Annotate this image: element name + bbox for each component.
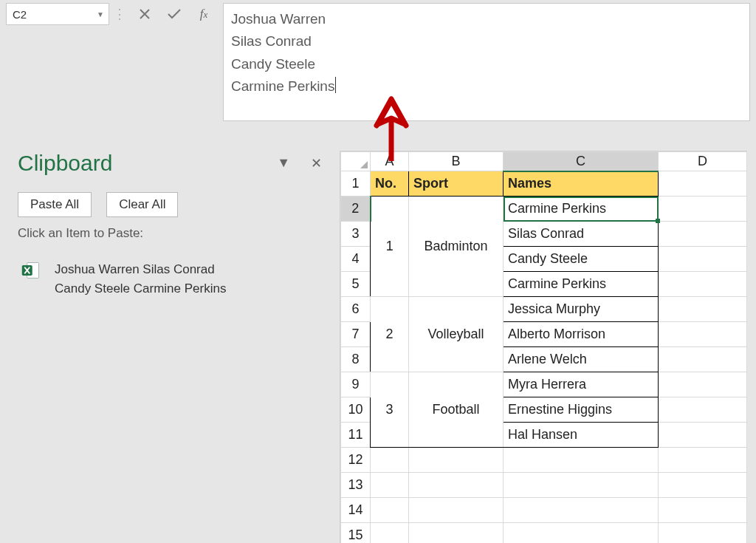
cell[interactable] [659, 523, 747, 544]
row-header[interactable]: 13 [341, 473, 371, 498]
row-header[interactable]: 9 [341, 372, 371, 397]
formula-bar-input[interactable]: Joshua Warren Silas Conrad Candy Steele … [223, 3, 750, 121]
cell[interactable]: Football [409, 372, 504, 448]
column-header-D[interactable]: D [659, 152, 747, 171]
cell[interactable]: Myra Herrera [504, 372, 659, 397]
row-header[interactable]: 15 [341, 523, 371, 544]
cell[interactable] [371, 448, 409, 473]
row-header[interactable]: 5 [341, 272, 371, 297]
pane-close-icon[interactable]: ✕ [311, 155, 322, 171]
cell[interactable]: Jessica Murphy [504, 297, 659, 322]
formula-line: Candy Steele [231, 53, 742, 75]
column-header-B[interactable]: B [409, 152, 504, 171]
cell[interactable] [659, 473, 747, 498]
cell[interactable] [659, 397, 747, 423]
row-header[interactable]: 2 [341, 197, 371, 222]
cell[interactable] [659, 448, 747, 473]
cell[interactable] [371, 498, 409, 523]
cell[interactable] [659, 498, 747, 523]
cell[interactable] [504, 448, 659, 473]
cell[interactable] [659, 297, 747, 322]
row-header[interactable]: 6 [341, 297, 371, 322]
formula-line: Joshua Warren [231, 8, 742, 30]
cell[interactable] [659, 272, 747, 297]
select-all-corner[interactable] [341, 152, 371, 171]
cell[interactable] [659, 197, 747, 222]
row-header[interactable]: 10 [341, 397, 371, 423]
cell[interactable]: Volleyball [409, 297, 504, 372]
insert-function-button[interactable]: fx [189, 3, 219, 25]
cell[interactable]: 3 [371, 372, 409, 448]
row-header[interactable]: 7 [341, 322, 371, 347]
cell-selected[interactable]: Carmine Perkins [504, 197, 659, 222]
cell[interactable] [409, 448, 504, 473]
cell[interactable]: 1 [371, 197, 409, 297]
clipboard-title: Clipboard [18, 151, 112, 176]
cell[interactable] [409, 523, 504, 544]
cell[interactable] [504, 498, 659, 523]
row-header[interactable]: 8 [341, 347, 371, 372]
cell[interactable] [409, 498, 504, 523]
cell[interactable]: Carmine Perkins [504, 272, 659, 297]
check-icon [167, 8, 182, 20]
row-header[interactable]: 3 [341, 222, 371, 247]
cell[interactable]: Ernestine Higgins [504, 397, 659, 423]
column-header-C[interactable]: C [504, 152, 659, 171]
cell[interactable]: Arlene Welch [504, 347, 659, 372]
row-header[interactable]: 11 [341, 423, 371, 448]
cell[interactable]: 2 [371, 297, 409, 372]
clipboard-hint: Click an Item to Paste: [18, 226, 322, 241]
cell[interactable] [504, 523, 659, 544]
row-header[interactable]: 12 [341, 448, 371, 473]
cancel-button[interactable] [130, 3, 159, 25]
row-header[interactable]: 1 [341, 171, 371, 197]
cell[interactable] [659, 171, 747, 197]
cell[interactable]: Sport [409, 171, 504, 197]
name-box-value: C2 [13, 8, 27, 21]
cell[interactable] [659, 247, 747, 272]
clear-all-button[interactable]: Clear All [106, 192, 178, 217]
pane-menu-icon[interactable]: ▼ [277, 155, 290, 171]
cell[interactable]: Hal Hansen [504, 423, 659, 448]
excel-icon [21, 260, 41, 281]
name-box-dropdown-icon[interactable]: ▼ [97, 10, 104, 18]
cell[interactable] [659, 423, 747, 448]
cell[interactable] [659, 372, 747, 397]
cell[interactable] [504, 473, 659, 498]
cell[interactable]: Alberto Morrison [504, 322, 659, 347]
row-header[interactable]: 14 [341, 498, 371, 523]
enter-button[interactable] [159, 3, 189, 25]
close-icon [139, 8, 151, 20]
formula-line: Carmine Perkins [231, 75, 742, 98]
formula-line: Silas Conrad [231, 30, 742, 52]
cell[interactable]: Names [504, 171, 659, 197]
clipboard-pane: Clipboard ▼ ✕ Paste All Clear All Click … [0, 121, 340, 543]
spreadsheet-grid[interactable]: A B C D 1 No. Sport Names 2 1 Bad [340, 151, 747, 543]
column-header-A[interactable]: A [371, 152, 409, 171]
cell[interactable] [659, 347, 747, 372]
cell[interactable] [371, 473, 409, 498]
cell[interactable] [659, 322, 747, 347]
text-cursor [335, 77, 336, 93]
cell[interactable]: Candy Steele [504, 247, 659, 272]
formula-bar-drag-icon: ⋮ [113, 3, 127, 25]
row-header[interactable]: 4 [341, 247, 371, 272]
name-box[interactable]: C2 ▼ [6, 3, 109, 25]
cell[interactable] [409, 473, 504, 498]
clipboard-item-text: Joshua Warren Silas Conrad Candy Steele … [55, 260, 226, 298]
cell[interactable]: Badminton [409, 197, 504, 297]
cell[interactable] [371, 523, 409, 544]
paste-all-button[interactable]: Paste All [18, 192, 92, 217]
cell[interactable]: No. [371, 171, 409, 197]
cell[interactable]: Silas Conrad [504, 222, 659, 247]
fx-icon: fx [200, 7, 208, 21]
clipboard-item[interactable]: Joshua Warren Silas Conrad Candy Steele … [18, 256, 322, 302]
cell[interactable] [659, 222, 747, 247]
